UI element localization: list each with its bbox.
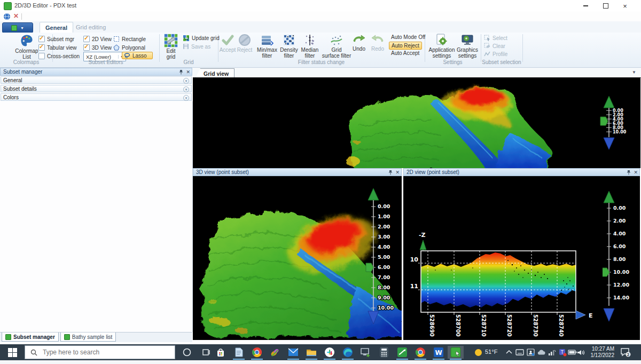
grid-view-canvas[interactable]: 0.00 2.00 4.00 6.00 8.00 10.00: [193, 77, 640, 168]
tab-general[interactable]: General: [40, 22, 73, 34]
tray-temperature[interactable]: 51°F: [485, 349, 497, 355]
view3d-panel-header[interactable]: 3D view (point subset) ✕: [193, 168, 402, 176]
cortana-button[interactable]: [179, 346, 195, 359]
delete-button[interactable]: ✕: [13, 12, 19, 20]
edit-grid-button[interactable]: Editgrid: [160, 34, 182, 60]
title-bar: [0, 0, 641, 12]
tab-grid-editing[interactable]: Grid editing: [71, 22, 111, 33]
pin-icon[interactable]: [179, 69, 183, 75]
view2d-panel-header[interactable]: 2D view (point subset) ✕: [403, 168, 640, 176]
section-colors[interactable]: Colors ▾: [1, 93, 192, 101]
clear-button[interactable]: Clear: [484, 42, 505, 50]
tab-grid-view[interactable]: Grid view: [196, 68, 234, 78]
graphics-settings-button[interactable]: Graphicssettings: [455, 34, 480, 60]
close-button[interactable]: ×: [617, 2, 632, 10]
word-icon: W: [433, 347, 444, 358]
minimize-icon: [583, 5, 588, 6]
svg-text:12.00: 12.00: [613, 282, 629, 288]
grid-view-depth-scale[interactable]: 0.00 2.00 4.00 6.00 8.00 10.00: [591, 77, 639, 168]
scale-down-arrow[interactable]: [604, 138, 614, 149]
auto-accept-button[interactable]: Auto Accept: [389, 50, 421, 57]
tray-clock[interactable]: 10:27 AM 1/12/2022: [581, 346, 614, 359]
section-subset-details[interactable]: Subset details ▾: [1, 85, 192, 92]
scale-up-arrow[interactable]: [604, 191, 614, 203]
reject-button[interactable]: Reject: [233, 34, 256, 60]
view3d-canvas[interactable]: 0.00 1.00 2.00 3.00 4.00 5.00 6.00 7.00 …: [193, 176, 402, 340]
app-menu-button[interactable]: ▼: [2, 22, 33, 33]
expand-icon[interactable]: ▾: [183, 95, 189, 101]
taskbar-app-slack[interactable]: [322, 346, 338, 359]
taskbar-app-chart[interactable]: [394, 346, 410, 359]
scale-up-arrow[interactable]: [604, 96, 614, 108]
taskbar-app-chrome-2[interactable]: [412, 346, 428, 359]
checkbox-3d-view[interactable]: 3D View: [83, 44, 112, 51]
polygonal-tool-button[interactable]: Polygonal: [113, 44, 145, 51]
save-as-button[interactable]: Save as: [183, 43, 210, 50]
checkbox-subset-mgr[interactable]: Subset mgr: [38, 35, 74, 43]
scale-slider[interactable]: [600, 117, 608, 125]
rectangle-tool-button[interactable]: Rectangle: [113, 35, 146, 43]
minmax-filter-button[interactable]: Min/maxfilter: [255, 34, 279, 60]
task-view-button[interactable]: [198, 346, 214, 359]
scale-down-arrow[interactable]: [604, 308, 614, 321]
pin-icon[interactable]: [388, 170, 393, 175]
action-center-button[interactable]: 2: [617, 346, 634, 359]
dock-tab-bathy-sample-list[interactable]: Bathy sample list: [60, 333, 116, 342]
scale-slider[interactable]: [603, 268, 609, 276]
weather-sun-icon: [474, 349, 482, 357]
redo-button[interactable]: Redo: [369, 34, 387, 60]
checkbox-cross-section[interactable]: Cross-section: [38, 52, 80, 60]
taskbar-app-calculator[interactable]: [376, 346, 392, 359]
tab-list-caret[interactable]: ▼: [632, 70, 636, 75]
expand-icon[interactable]: ▾: [183, 78, 189, 84]
clear-icon: [484, 43, 490, 49]
checkbox-tabular-view[interactable]: Tabular view: [38, 44, 77, 51]
start-button[interactable]: [0, 344, 25, 360]
taskbar-app-notepad[interactable]: [231, 346, 247, 359]
profile-button[interactable]: Profile: [484, 50, 507, 58]
auto-reject-button[interactable]: Auto Reject: [389, 42, 422, 50]
graphics-settings-icon: [461, 34, 474, 46]
restore-button[interactable]: [598, 2, 613, 10]
expand-icon[interactable]: ▾: [183, 86, 189, 92]
action-center-icon: 2: [620, 347, 631, 357]
taskbar-app-paint3d[interactable]: [267, 346, 283, 359]
application-settings-button[interactable]: Applicationsettings: [428, 34, 456, 60]
search-input[interactable]: [42, 348, 151, 357]
undo-button[interactable]: Undo: [349, 34, 369, 60]
update-grid-button[interactable]: Update grid: [183, 34, 220, 42]
median-filter-button[interactable]: Medianfilter: [298, 34, 322, 60]
dock-tab-subset-manager[interactable]: Subset manager: [2, 333, 59, 342]
close-icon[interactable]: ✕: [395, 170, 400, 175]
taskbar-app-chrome[interactable]: [249, 346, 265, 359]
checkbox-2d-view[interactable]: 2D View: [83, 35, 112, 43]
taskbar-search[interactable]: [25, 345, 175, 359]
reject-icon: [238, 34, 251, 46]
taskbar-app-store[interactable]: [213, 346, 229, 359]
select-button[interactable]: Select: [484, 34, 507, 42]
pin-icon[interactable]: [627, 170, 631, 175]
scale-down-arrow[interactable]: [368, 311, 379, 324]
tray-weather-button[interactable]: [470, 346, 486, 359]
section-general[interactable]: General ▾: [1, 76, 192, 84]
minimize-button[interactable]: [578, 2, 593, 10]
view3d-depth-scale[interactable]: 0.00 1.00 2.00 3.00 4.00 5.00 6.00 7.00 …: [365, 176, 402, 340]
view2d-canvas[interactable]: -Z 10 11 E 528690 528700 528710 528720 5…: [403, 176, 640, 340]
taskbar-app-word[interactable]: W: [431, 346, 447, 359]
group-label-colormaps: Colormaps: [0, 59, 52, 65]
taskbar-app-mail[interactable]: [285, 346, 301, 359]
scale-up-arrow[interactable]: [368, 188, 379, 200]
lasso-tool-button[interactable]: Lasso: [122, 52, 153, 59]
density-filter-button[interactable]: Densityfilter: [277, 34, 301, 60]
grid-surface-filter-button[interactable]: Gridsurface filter: [322, 34, 351, 60]
scale-slider[interactable]: [366, 263, 373, 272]
close-icon[interactable]: ✕: [186, 69, 190, 75]
taskbar-app-system[interactable]: [358, 346, 374, 359]
close-icon[interactable]: ✕: [634, 170, 638, 175]
taskbar-app-file-explorer[interactable]: [303, 346, 319, 359]
svg-text:1.00: 1.00: [378, 213, 390, 219]
taskbar-app-edge[interactable]: [340, 346, 356, 359]
auto-mode-off-button[interactable]: Auto Mode Off: [389, 34, 427, 41]
view2d-depth-scale[interactable]: 0.00 2.00 4.00 6.00 8.00 10.00 12.00 14.…: [603, 176, 640, 340]
taskbar-app-editor-active[interactable]: [448, 346, 464, 359]
